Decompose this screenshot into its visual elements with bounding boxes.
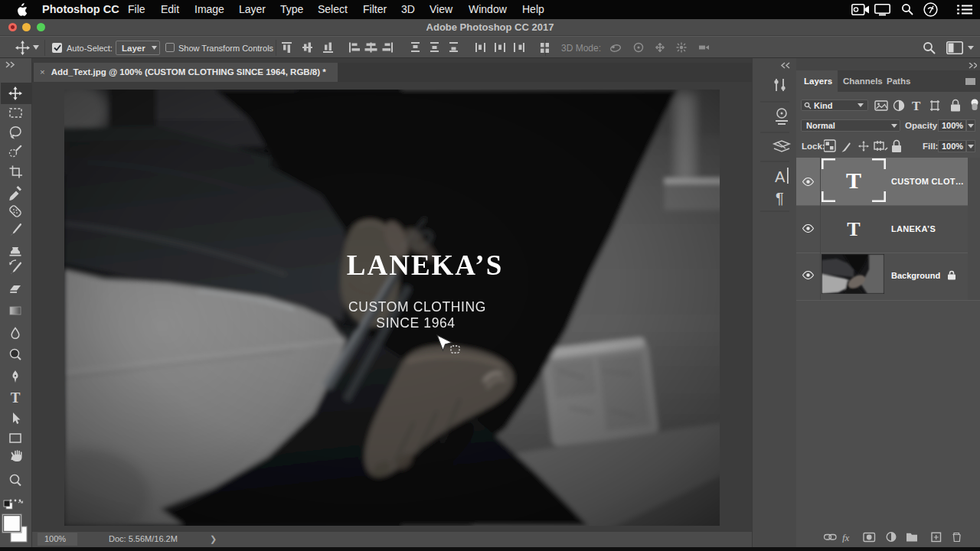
svg-text:fx: fx <box>842 532 850 543</box>
svg-text:¶: ¶ <box>776 190 784 207</box>
svg-text:T: T <box>847 218 860 240</box>
svg-text:T: T <box>11 390 21 406</box>
svg-text:T: T <box>912 99 921 112</box>
svg-text:A: A <box>775 168 786 185</box>
svg-text:T: T <box>846 168 861 193</box>
